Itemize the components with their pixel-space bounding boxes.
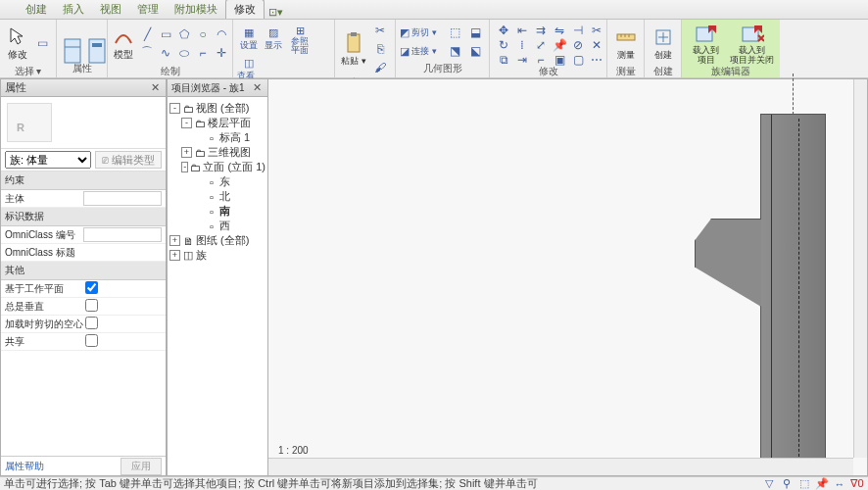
poly-icon[interactable]: ⬠: [174, 25, 194, 43]
horizontal-scrollbar[interactable]: [268, 458, 853, 475]
prop-vertical-check[interactable]: [85, 299, 98, 312]
tab-insert[interactable]: 插入: [55, 0, 92, 19]
props-help-link[interactable]: 属性帮助: [5, 460, 44, 473]
tree-toggle-icon[interactable]: +: [181, 147, 192, 158]
tab-modify[interactable]: 修改: [225, 0, 265, 19]
prop-share-label: 共享: [5, 335, 83, 349]
tree-toggle-icon[interactable]: +: [169, 235, 180, 246]
tree-item[interactable]: +◫族: [169, 248, 265, 263]
paste-button[interactable]: 粘贴 ▾: [339, 27, 368, 71]
project-tree[interactable]: -🗀视图 (全部)-🗀楼层平面▫标高 1+🗀三维视图-🗀立面 (立面 1)▫东▫…: [168, 97, 267, 475]
svg-rect-5: [351, 32, 357, 36]
show-plane-btn[interactable]: ▨显示: [262, 22, 285, 57]
model-wing[interactable]: [695, 219, 761, 307]
view-icon: ▫: [206, 220, 217, 232]
select-cursor-icon[interactable]: ▭: [32, 34, 52, 52]
tree-item[interactable]: +🗎图纸 (全部): [169, 233, 265, 248]
status-drag-icon[interactable]: ↔: [833, 478, 846, 490]
svg-rect-6: [617, 34, 635, 40]
vertical-scrollbar[interactable]: [853, 79, 867, 458]
apply-button[interactable]: 应用: [121, 458, 162, 475]
copy-icon[interactable]: ⎘: [370, 40, 390, 58]
prop-share-check[interactable]: [85, 334, 98, 347]
tab-addin[interactable]: 附加模块: [167, 0, 225, 19]
match-icon[interactable]: 🖌: [370, 59, 390, 76]
create-button[interactable]: 创建: [649, 22, 677, 65]
tree-toggle-icon[interactable]: -: [181, 162, 188, 172]
sheets-icon: 🗎: [182, 235, 194, 247]
cut-geom-btn[interactable]: ◩剪切 ▾: [400, 24, 443, 41]
tab-manage[interactable]: 管理: [129, 0, 167, 19]
prop-host-field[interactable]: [83, 191, 162, 206]
geom-b-icon[interactable]: ⬓: [465, 24, 485, 41]
prop-omnititle-label: OmniClass 标题: [5, 246, 83, 260]
status-pin-icon[interactable]: 📌: [815, 478, 829, 490]
svg-rect-3: [92, 43, 102, 47]
load-project-button[interactable]: 载入到 项目: [686, 22, 726, 65]
prop-omninum-field[interactable]: [83, 227, 162, 242]
arc-icon[interactable]: ◠: [212, 25, 231, 43]
measure-button[interactable]: 测量: [611, 22, 640, 65]
tree-toggle-icon[interactable]: +: [169, 250, 180, 261]
tree-item[interactable]: ▫西: [169, 219, 265, 233]
model-button[interactable]: 模型: [112, 22, 135, 65]
status-link-icon[interactable]: ⚲: [780, 478, 794, 490]
tree-item[interactable]: -🗀楼层平面: [169, 116, 265, 130]
status-filter-icon[interactable]: ▽: [762, 478, 776, 490]
tree-label: 三维视图: [208, 145, 251, 160]
view-icon: ▫: [206, 206, 217, 218]
type-selector[interactable]: 族: 体量: [5, 151, 91, 169]
viewer-icon: ◫: [244, 57, 254, 70]
type-preview: R: [7, 103, 52, 142]
load-close-icon: [741, 22, 764, 45]
svg-text:R: R: [17, 122, 24, 133]
tree-item[interactable]: -🗀视图 (全部): [169, 101, 265, 116]
prop-workplane-check[interactable]: [85, 281, 98, 294]
arc2-icon[interactable]: ⌒: [137, 44, 157, 62]
tab-create[interactable]: 创建: [18, 0, 55, 19]
tree-toggle-icon[interactable]: -: [181, 118, 192, 128]
tree-item[interactable]: ▫东: [169, 174, 265, 189]
status-select-icon[interactable]: ⬚: [797, 478, 811, 490]
show-icon: ▨: [268, 26, 278, 39]
set-plane-btn[interactable]: ▦设置: [237, 22, 261, 57]
tree-item[interactable]: ▫北: [169, 189, 265, 204]
close-icon[interactable]: ✕: [148, 81, 162, 95]
tree-label: 北: [219, 189, 230, 204]
ellipse-icon[interactable]: ⬭: [174, 44, 194, 62]
geom-a-icon[interactable]: ⬚: [445, 24, 464, 41]
circle-icon[interactable]: ○: [193, 25, 213, 43]
tree-item[interactable]: -🗀立面 (立面 1): [169, 160, 265, 174]
cut-icon[interactable]: ✂: [370, 22, 390, 39]
tree-toggle-icon[interactable]: -: [169, 103, 180, 114]
modify-button[interactable]: 修改: [4, 22, 30, 65]
status-count[interactable]: ∇0: [850, 478, 864, 490]
view-canvas[interactable]: 1 : 200: [268, 78, 868, 476]
edit-type-button[interactable]: ⎚ 编辑类型: [95, 151, 162, 169]
view-icon: ▫: [206, 191, 217, 203]
tree-label: 标高 1: [219, 130, 250, 145]
model-wall[interactable]: [760, 114, 826, 466]
tree-item[interactable]: +🗀三维视图: [169, 145, 265, 160]
fillet-icon[interactable]: ⌐: [193, 44, 213, 62]
ribbon: 修改 ▭ 选择 ▾ 属性 模型 ╱ ▭ ⬠ ○: [0, 20, 868, 78]
spline-icon[interactable]: ∿: [156, 44, 175, 62]
close-icon[interactable]: ✕: [250, 81, 264, 95]
geom-d-icon[interactable]: ⬕: [465, 42, 485, 60]
section-other: 其他: [1, 262, 166, 280]
rect-icon[interactable]: ▭: [156, 25, 175, 43]
prop-voidcut-check[interactable]: [85, 317, 98, 329]
view-scale[interactable]: 1 : 200: [278, 445, 309, 456]
tree-item[interactable]: ▫南: [169, 204, 265, 219]
load-close-button[interactable]: 载入到 项目并关闭: [728, 22, 776, 65]
folder-icon: 🗀: [190, 162, 201, 173]
tree-item[interactable]: ▫标高 1: [169, 130, 265, 145]
ref-plane-btn[interactable]: ⊞参照 平面: [286, 22, 313, 57]
join-geom-btn[interactable]: ◪连接 ▾: [400, 42, 443, 60]
tab-extra[interactable]: ⊡▾: [268, 6, 283, 19]
clipboard-icon: [342, 31, 365, 55]
line-icon[interactable]: ╱: [137, 25, 157, 43]
geom-c-icon[interactable]: ⬔: [445, 42, 464, 60]
tab-view[interactable]: 视图: [92, 0, 129, 19]
pick-icon[interactable]: ✛: [212, 44, 231, 62]
